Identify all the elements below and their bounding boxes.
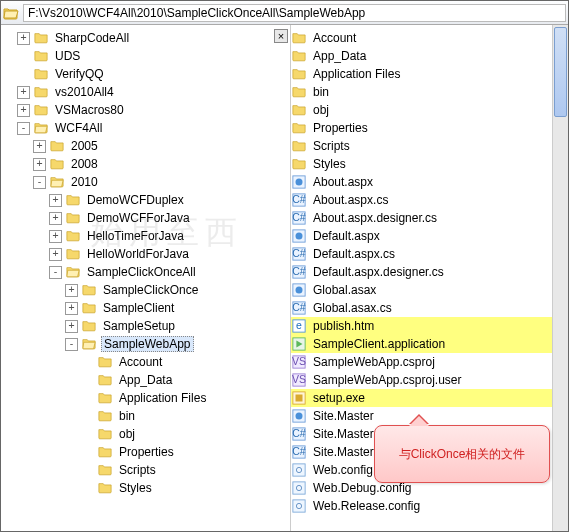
folder-icon — [49, 139, 65, 153]
file-label: Web.Release.config — [311, 499, 422, 513]
file-label: Styles — [311, 157, 348, 171]
folder-tree[interactable]: × +SharpCodeAllUDSVerifyQQ+vs2010All4+VS… — [1, 25, 291, 531]
aspx-icon — [291, 175, 307, 189]
tree-node[interactable]: Styles — [1, 479, 290, 497]
file-label: Default.aspx.cs — [311, 247, 397, 261]
folder-icon — [97, 463, 113, 477]
tree-spacer — [81, 464, 94, 477]
folder-icon — [81, 283, 97, 297]
file-item[interactable]: About.aspx — [291, 173, 568, 191]
tree-node[interactable]: +SampleClient — [1, 299, 290, 317]
expand-icon[interactable]: + — [17, 86, 30, 99]
expand-icon[interactable]: + — [65, 320, 78, 333]
file-label: SampleWebApp.csproj — [311, 355, 437, 369]
tree-node[interactable]: bin — [1, 407, 290, 425]
expand-icon[interactable]: + — [49, 194, 62, 207]
tree-node[interactable]: Properties — [1, 443, 290, 461]
tree-node[interactable]: -2010 — [1, 173, 290, 191]
tree-node[interactable]: +HelloWorldForJava — [1, 245, 290, 263]
tree-node[interactable]: +SampleClickOnce — [1, 281, 290, 299]
file-item[interactable]: C#About.aspx.cs — [291, 191, 568, 209]
folder-icon — [97, 445, 113, 459]
tree-node[interactable]: obj — [1, 425, 290, 443]
svg-text:C#: C# — [292, 211, 306, 223]
file-item[interactable]: Web.Release.config — [291, 497, 568, 515]
folder-icon — [291, 121, 307, 135]
tree-label: SampleClickOnce — [101, 283, 200, 297]
tree-label: SampleWebApp — [101, 336, 194, 352]
file-item[interactable]: C#Default.aspx.designer.cs — [291, 263, 568, 281]
file-label: Site.Master — [311, 445, 376, 459]
path-input[interactable] — [23, 4, 566, 22]
tree-node[interactable]: +VSMacros80 — [1, 101, 290, 119]
file-item[interactable]: setup.exe — [291, 389, 568, 407]
scrollbar-thumb[interactable] — [554, 27, 567, 117]
tree-node[interactable]: +vs2010All4 — [1, 83, 290, 101]
folder-icon — [97, 481, 113, 495]
expand-icon[interactable]: + — [49, 230, 62, 243]
file-item[interactable]: Site.Master — [291, 407, 568, 425]
file-item[interactable]: C#About.aspx.designer.cs — [291, 209, 568, 227]
file-item[interactable]: Scripts — [291, 137, 568, 155]
expand-icon[interactable]: + — [65, 284, 78, 297]
file-item[interactable]: Default.aspx — [291, 227, 568, 245]
tree-label: SampleClickOnceAll — [85, 265, 198, 279]
tree-node[interactable]: +SampleSetup — [1, 317, 290, 335]
tree-node[interactable]: VerifyQQ — [1, 65, 290, 83]
svg-text:C#: C# — [292, 301, 306, 313]
svg-text:C#: C# — [292, 427, 306, 439]
tree-node[interactable]: App_Data — [1, 371, 290, 389]
tree-node[interactable]: UDS — [1, 47, 290, 65]
expand-icon[interactable]: + — [49, 248, 62, 261]
tree-node[interactable]: +SharpCodeAll — [1, 29, 290, 47]
tree-node[interactable]: +DemoWCFForJava — [1, 209, 290, 227]
collapse-icon[interactable]: - — [17, 122, 30, 135]
expand-icon[interactable]: + — [33, 140, 46, 153]
file-item[interactable]: obj — [291, 101, 568, 119]
tree-label: 2008 — [69, 157, 100, 171]
file-item[interactable]: Properties — [291, 119, 568, 137]
scrollbar[interactable] — [552, 25, 568, 531]
tree-label: Scripts — [117, 463, 158, 477]
tree-node[interactable]: +HelloTimeForJava — [1, 227, 290, 245]
tree-node[interactable]: Scripts — [1, 461, 290, 479]
file-item[interactable]: C#Default.aspx.cs — [291, 245, 568, 263]
file-item[interactable]: bin — [291, 83, 568, 101]
file-label: Default.aspx.designer.cs — [311, 265, 446, 279]
expand-icon[interactable]: + — [65, 302, 78, 315]
tree-node[interactable]: Application Files — [1, 389, 290, 407]
collapse-icon[interactable]: - — [65, 338, 78, 351]
collapse-icon[interactable]: - — [49, 266, 62, 279]
tree-node[interactable]: -SampleWebApp — [1, 335, 290, 353]
expand-icon[interactable]: + — [33, 158, 46, 171]
file-item[interactable]: VSSampleWebApp.csproj — [291, 353, 568, 371]
cs-icon: C# — [291, 211, 307, 225]
file-item[interactable]: Global.asax — [291, 281, 568, 299]
close-tab-icon[interactable]: × — [274, 29, 288, 43]
expand-icon[interactable]: + — [17, 104, 30, 117]
file-item[interactable]: Styles — [291, 155, 568, 173]
file-label: About.aspx — [311, 175, 375, 189]
folder-icon — [65, 193, 81, 207]
file-item[interactable]: epublish.htm — [291, 317, 568, 335]
tree-node[interactable]: -WCF4All — [1, 119, 290, 137]
tree-spacer — [81, 482, 94, 495]
file-item[interactable]: Application Files — [291, 65, 568, 83]
tree-node[interactable]: +2005 — [1, 137, 290, 155]
tree-label: SampleClient — [101, 301, 176, 315]
tree-node[interactable]: Account — [1, 353, 290, 371]
tree-node[interactable]: +2008 — [1, 155, 290, 173]
file-item[interactable]: Account — [291, 29, 568, 47]
tree-node[interactable]: -SampleClickOnceAll — [1, 263, 290, 281]
file-item[interactable]: App_Data — [291, 47, 568, 65]
folder-open-icon — [33, 121, 49, 135]
tree-node[interactable]: +DemoWCFDuplex — [1, 191, 290, 209]
file-item[interactable]: SampleClient.application — [291, 335, 568, 353]
collapse-icon[interactable]: - — [33, 176, 46, 189]
expand-icon[interactable]: + — [17, 32, 30, 45]
expand-icon[interactable]: + — [49, 212, 62, 225]
file-item[interactable]: VSSampleWebApp.csproj.user — [291, 371, 568, 389]
file-item[interactable]: C#Global.asax.cs — [291, 299, 568, 317]
file-list[interactable]: AccountApp_DataApplication FilesbinobjPr… — [291, 25, 568, 531]
svg-text:e: e — [296, 319, 302, 331]
